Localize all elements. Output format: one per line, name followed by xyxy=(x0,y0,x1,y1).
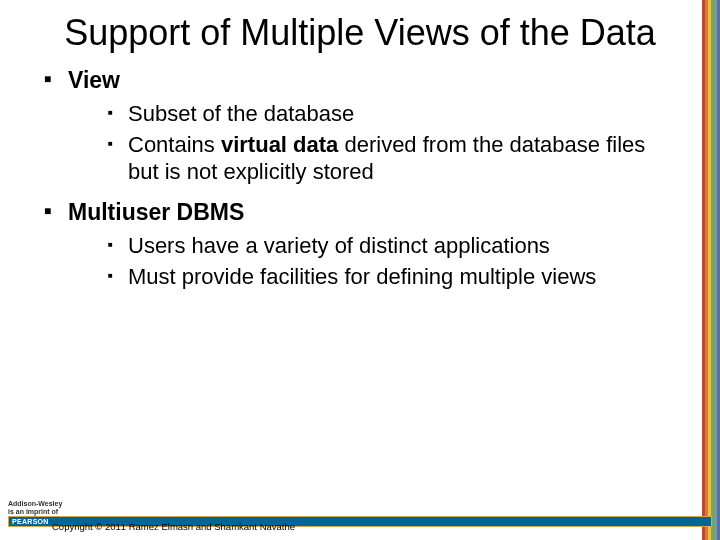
sublist: Subset of the database Contains virtual … xyxy=(108,101,680,185)
sub-bullet: Must provide facilities for defining mul… xyxy=(108,264,680,291)
sub-bullet: Subset of the database xyxy=(108,101,680,128)
bullet-heading: View xyxy=(68,67,120,93)
slide-content: View Subset of the database Contains vir… xyxy=(40,67,680,290)
sub-bullet: Contains virtual data derived from the d… xyxy=(108,132,680,186)
sub-bullet: Users have a variety of distinct applica… xyxy=(108,233,680,260)
sub-bullet-text: Must provide facilities for defining mul… xyxy=(128,264,596,289)
imprint-line1: Addison-Wesley xyxy=(8,500,712,507)
sub-bullet-text-pre: Contains xyxy=(128,132,221,157)
sub-bullet-text-bold: virtual data xyxy=(221,132,338,157)
decorative-stripe xyxy=(702,0,720,540)
sublist: Users have a variety of distinct applica… xyxy=(108,233,680,291)
sub-bullet-text: Subset of the database xyxy=(128,101,354,126)
bullet-view: View Subset of the database Contains vir… xyxy=(44,67,680,185)
bullet-heading: Multiuser DBMS xyxy=(68,199,244,225)
sub-bullet-text: Users have a variety of distinct applica… xyxy=(128,233,550,258)
footer: Addison-Wesley is an imprint of PEARSON … xyxy=(0,500,720,536)
slide: Support of Multiple Views of the Data Vi… xyxy=(0,0,720,540)
slide-title: Support of Multiple Views of the Data xyxy=(40,12,680,53)
imprint-line2: is an imprint of xyxy=(8,508,712,515)
bullet-multiuser-dbms: Multiuser DBMS Users have a variety of d… xyxy=(44,199,680,290)
